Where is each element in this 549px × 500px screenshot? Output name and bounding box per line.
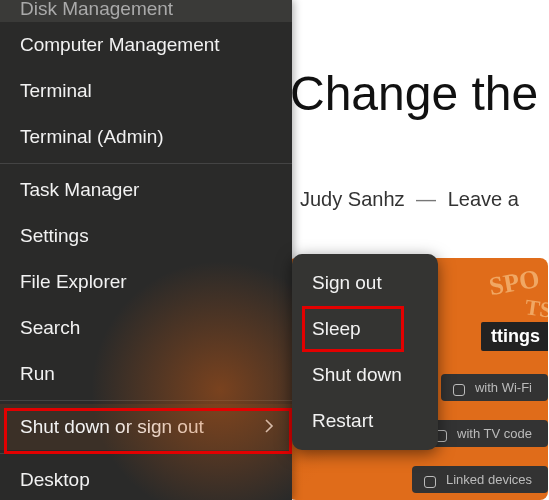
menu-item-file-explorer[interactable]: File Explorer bbox=[0, 259, 292, 305]
byline-separator: — bbox=[416, 188, 436, 210]
page-heading: Change the bbox=[290, 66, 538, 121]
menu-item-disk-management[interactable]: Disk Management bbox=[0, 0, 292, 22]
decorative-text: TS bbox=[523, 294, 548, 323]
settings-row: Linked devices bbox=[412, 466, 548, 493]
settings-row: with TV code bbox=[423, 420, 548, 447]
menu-item-settings[interactable]: Settings bbox=[0, 213, 292, 259]
menu-item-computer-management[interactable]: Computer Management bbox=[0, 22, 292, 68]
submenu-item-restart[interactable]: Restart bbox=[292, 398, 438, 444]
comment-cta[interactable]: Leave a bbox=[448, 188, 519, 210]
submenu-item-signout[interactable]: Sign out bbox=[292, 260, 438, 306]
menu-item-search[interactable]: Search bbox=[0, 305, 292, 351]
menu-item-shutdown-signout[interactable]: Shut down or sign out bbox=[0, 404, 292, 450]
menu-item-run[interactable]: Run bbox=[0, 351, 292, 397]
author-name: Judy Sanhz bbox=[300, 188, 405, 210]
menu-separator bbox=[0, 163, 292, 164]
submenu-item-shutdown[interactable]: Shut down bbox=[292, 352, 438, 398]
winx-context-menu: Disk Management Computer Management Term… bbox=[0, 0, 292, 500]
settings-card-label: ttings bbox=[481, 322, 548, 351]
settings-row: with Wi-Fi bbox=[441, 374, 548, 401]
menu-separator bbox=[0, 400, 292, 401]
menu-item-desktop[interactable]: Desktop bbox=[0, 457, 292, 500]
shutdown-submenu: Sign out Sleep Shut down Restart bbox=[292, 254, 438, 450]
submenu-item-sleep[interactable]: Sleep bbox=[292, 306, 438, 352]
chevron-right-icon bbox=[264, 416, 274, 438]
menu-separator bbox=[0, 453, 292, 454]
menu-item-label: Shut down or sign out bbox=[20, 416, 204, 438]
menu-item-terminal-admin[interactable]: Terminal (Admin) bbox=[0, 114, 292, 160]
byline: Judy Sanhz — Leave a bbox=[300, 188, 519, 211]
menu-item-task-manager[interactable]: Task Manager bbox=[0, 167, 292, 213]
menu-item-terminal[interactable]: Terminal bbox=[0, 68, 292, 114]
